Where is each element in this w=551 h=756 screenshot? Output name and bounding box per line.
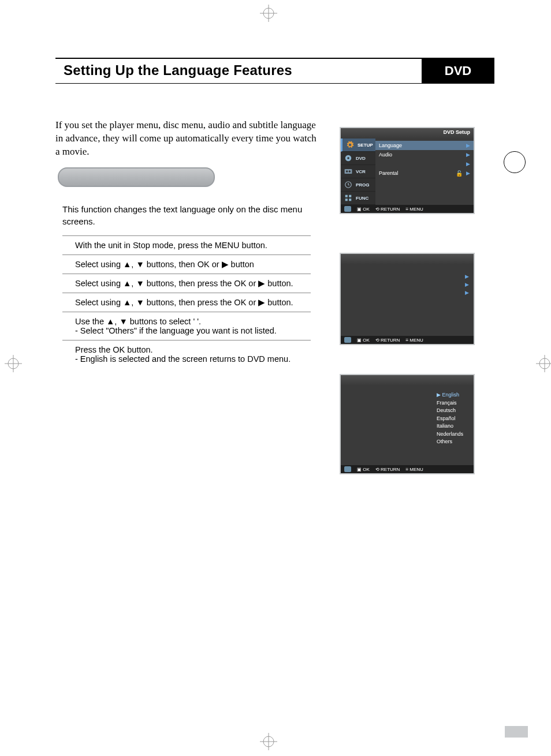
svg-rect-21 bbox=[349, 199, 351, 201]
dvd-badge: DVD bbox=[422, 58, 494, 84]
step-3: Select using ▲, ▼ buttons, then press th… bbox=[62, 274, 311, 293]
nav-pad-icon bbox=[344, 206, 351, 212]
hint-return: ⟲ RETURN bbox=[375, 338, 400, 343]
menu-row-label: Parental bbox=[379, 170, 399, 176]
crop-mark-bottom bbox=[260, 733, 277, 750]
step-1: With the unit in Stop mode, press the ME… bbox=[62, 235, 311, 255]
crop-mark-right bbox=[536, 355, 551, 372]
step-text: Use the ▲, ▼ buttons to select ' '. - Se… bbox=[75, 317, 277, 335]
steps-list: With the unit in Stop mode, press the ME… bbox=[62, 235, 311, 368]
step-text: Select using ▲, ▼ buttons, then OK or ▶ … bbox=[75, 260, 254, 269]
page-corner bbox=[505, 726, 528, 738]
hint-ok: ▣ OK bbox=[357, 338, 370, 343]
chevron-right-icon: ▶ bbox=[465, 290, 469, 295]
page-title: Setting Up the Language Features bbox=[55, 59, 422, 83]
hint-menu: ≡ MENU bbox=[405, 338, 423, 343]
chevron-right-icon: ▶ bbox=[466, 143, 470, 148]
nav-pad-icon bbox=[344, 466, 351, 472]
chevron-right-icon: ▶ bbox=[465, 274, 469, 279]
language-label: Español bbox=[437, 416, 456, 421]
menu-row-audio[interactable]: Audio▶ bbox=[379, 150, 470, 159]
page-title-wrap: Setting Up the Language Features bbox=[55, 58, 422, 84]
svg-rect-19 bbox=[349, 195, 351, 197]
page-header: Setting Up the Language Features DVD bbox=[55, 58, 494, 84]
osd-language-list: ▶ English Français Deutsch Español Itali… bbox=[341, 375, 474, 473]
hint-return: ⟲ RETURN bbox=[375, 467, 400, 472]
osd-titlebar: DVD Setup bbox=[341, 128, 474, 139]
language-label: English bbox=[442, 392, 459, 398]
step-6: Press the OK button. - English is select… bbox=[62, 340, 311, 368]
language-option-deutsch[interactable]: Deutsch bbox=[437, 407, 463, 415]
osd-content: Language▶ Audio▶ ▶ Parental🔓▶ bbox=[375, 139, 474, 205]
sidebar-item-func[interactable]: FUNC bbox=[341, 192, 375, 205]
clock-icon bbox=[343, 179, 353, 190]
step-text: Press the OK button. - English is select… bbox=[75, 345, 291, 364]
step-2: Select using ▲, ▼ buttons, then OK or ▶ … bbox=[62, 255, 311, 274]
language-option-nederlands[interactable]: Nederlands bbox=[437, 431, 463, 439]
sidebar-item-label: VCR bbox=[356, 169, 366, 174]
language-option-english[interactable]: ▶ English bbox=[437, 391, 463, 399]
step-4: Select using ▲, ▼ buttons, then press th… bbox=[62, 293, 311, 312]
sidebar-item-vcr[interactable]: VCR bbox=[341, 165, 375, 178]
svg-rect-18 bbox=[345, 195, 348, 197]
svg-point-15 bbox=[346, 170, 348, 173]
selected-marker: ▶ bbox=[437, 392, 441, 398]
menu-row[interactable]: ▶ bbox=[345, 289, 469, 297]
lock-icon: 🔓 bbox=[456, 170, 463, 177]
menu-row-label: Audio bbox=[379, 152, 392, 158]
crop-mark-top bbox=[260, 5, 277, 22]
svg-point-16 bbox=[349, 170, 351, 173]
hint-menu: ≡ MENU bbox=[405, 207, 423, 212]
menu-row-empty: ▶ bbox=[379, 159, 470, 169]
language-label: Français bbox=[437, 400, 457, 406]
language-option-others[interactable]: Others bbox=[437, 438, 463, 446]
svg-point-13 bbox=[347, 157, 349, 159]
language-option-francais[interactable]: Français bbox=[437, 399, 463, 407]
osd-bottom-bar: ▣ OK ⟲ RETURN ≡ MENU bbox=[341, 205, 474, 213]
osd-sidebar: SETUP DVD VCR PROG FUNC bbox=[341, 139, 375, 205]
sidebar-item-prog[interactable]: PROG bbox=[341, 178, 375, 192]
chevron-right-icon: ▶ bbox=[466, 161, 470, 167]
sidebar-item-label: SETUP bbox=[358, 143, 373, 148]
nav-pad-icon bbox=[344, 337, 351, 343]
crop-mark-left bbox=[5, 355, 22, 372]
sidebar-item-dvd[interactable]: DVD bbox=[341, 152, 375, 165]
language-label: Deutsch bbox=[437, 407, 456, 413]
language-label: Nederlands bbox=[437, 431, 463, 437]
sidebar-item-setup[interactable]: SETUP bbox=[341, 139, 375, 152]
subsection-pill bbox=[58, 167, 215, 187]
intro-paragraph: If you set the player menu, disc menu, a… bbox=[55, 119, 321, 159]
osd-dvd-setup: DVD Setup SETUP DVD VCR PROG bbox=[341, 128, 474, 213]
osd-language-submenu: ▶ ▶ ▶ ▣ OK ⟲ RETURN ≡ MENU bbox=[341, 254, 474, 344]
language-label: Others bbox=[437, 439, 452, 444]
language-list: ▶ English Français Deutsch Español Itali… bbox=[437, 391, 463, 446]
osd-bottom-bar: ▣ OK ⟲ RETURN ≡ MENU bbox=[341, 336, 474, 344]
osd-content: ▶ English Français Deutsch Español Itali… bbox=[341, 386, 474, 477]
osd-titlebar bbox=[341, 375, 474, 386]
step-5: Use the ▲, ▼ buttons to select ' '. - Se… bbox=[62, 312, 311, 340]
menu-row-label: Language bbox=[379, 143, 402, 148]
sidebar-item-label: PROG bbox=[356, 182, 370, 188]
language-option-espanol[interactable]: Español bbox=[437, 415, 463, 423]
gear-icon bbox=[345, 140, 355, 150]
osd-title: DVD Setup bbox=[443, 129, 470, 135]
step-text: Select using ▲, ▼ buttons, then press th… bbox=[75, 279, 293, 288]
chevron-right-icon: ▶ bbox=[466, 170, 470, 176]
menu-row[interactable]: ▶ bbox=[345, 280, 469, 289]
disc-icon bbox=[343, 153, 353, 163]
sidebar-item-label: DVD bbox=[356, 156, 366, 161]
step-text: Select using ▲, ▼ buttons, then press th… bbox=[75, 298, 293, 307]
menu-row-language[interactable]: Language▶ bbox=[375, 141, 474, 150]
chevron-right-icon: ▶ bbox=[466, 152, 470, 158]
hint-menu: ≡ MENU bbox=[405, 467, 423, 472]
step-text: With the unit in Stop mode, press the ME… bbox=[75, 241, 267, 250]
svg-rect-14 bbox=[345, 169, 352, 174]
menu-row[interactable]: ▶ bbox=[345, 272, 469, 280]
sidebar-item-label: FUNC bbox=[356, 196, 368, 201]
osd-bottom-bar: ▣ OK ⟲ RETURN ≡ MENU bbox=[341, 465, 474, 473]
chevron-right-icon: ▶ bbox=[465, 282, 469, 287]
tape-icon bbox=[343, 166, 353, 177]
hint-ok: ▣ OK bbox=[357, 207, 370, 212]
language-option-italiano[interactable]: Italiano bbox=[437, 422, 463, 431]
menu-row-parental[interactable]: Parental🔓▶ bbox=[379, 169, 470, 178]
